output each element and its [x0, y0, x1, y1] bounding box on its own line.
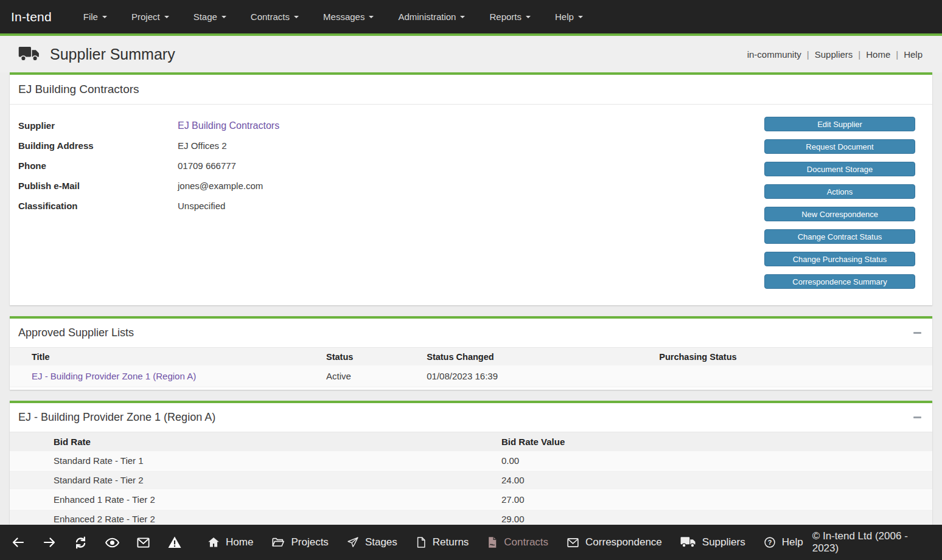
bid-rate-value: 24.00: [501, 471, 932, 490]
menu-label: Administration: [398, 12, 456, 22]
footer-item-label: Suppliers: [702, 536, 745, 548]
main-menu: File Project Stage Contracts Messages Ad…: [71, 0, 595, 33]
change-contract-status-button[interactable]: Change Contract Status: [764, 229, 915, 244]
mail-button[interactable]: [136, 534, 151, 550]
field-label: Building Address: [18, 140, 178, 151]
footer-item-stages[interactable]: Stages: [338, 525, 406, 560]
approved-supplier-lists-panel: Approved Supplier Lists Title Status Sta…: [10, 316, 932, 390]
bid-rate-value: 0.00: [501, 451, 932, 471]
collapse-icon[interactable]: [910, 328, 924, 339]
caret-down-icon: [578, 16, 583, 18]
crumb-help[interactable]: Help: [904, 49, 923, 60]
crumb-suppliers[interactable]: Suppliers: [815, 49, 853, 60]
crumb-separator: |: [807, 49, 809, 60]
copyright-text: © In-tend Ltd (2006 - 2023): [812, 530, 931, 555]
caret-down-icon: [164, 16, 169, 18]
svg-text:?: ?: [767, 539, 772, 546]
menu-label: Project: [131, 12, 160, 22]
footer-item-suppliers[interactable]: Suppliers: [671, 525, 755, 560]
actions-button[interactable]: Actions: [764, 184, 915, 199]
menu-file[interactable]: File: [71, 0, 119, 33]
column-title: Title: [10, 348, 326, 365]
field-classification: Classification Unspecified: [18, 196, 764, 216]
footer-item-correspondence[interactable]: Correspondence: [557, 525, 671, 560]
field-label: Supplier: [18, 120, 178, 131]
column-bid-rate: Bid Rate: [10, 432, 501, 451]
footer-item-label: Returns: [433, 536, 469, 548]
crumb-separator: |: [896, 49, 898, 60]
field-supplier: Supplier EJ Building Contractors: [18, 116, 764, 136]
table-row: EJ - Building Provider Zone 1 (Region A)…: [10, 365, 932, 387]
footer-item-home[interactable]: Home: [198, 525, 262, 560]
crumb-in-community[interactable]: in-community: [747, 49, 801, 60]
table-row: Enhanced 1 Rate - Tier 2 27.00: [10, 490, 932, 510]
menu-reports[interactable]: Reports: [477, 0, 543, 33]
supplier-name-heading: EJ Building Contractors: [18, 83, 139, 96]
footer-item-projects[interactable]: Projects: [262, 525, 337, 560]
preview-button[interactable]: [105, 534, 120, 550]
help-icon: ?: [764, 536, 776, 548]
field-value: jones@example.com: [178, 181, 263, 191]
new-correspondence-button[interactable]: New Correspondence: [764, 207, 915, 221]
request-document-button[interactable]: Request Document: [764, 139, 915, 154]
bid-rates-table: Bid Rate Bid Rate Value Standard Rate - …: [10, 432, 932, 530]
purchasing-status-value: [659, 365, 932, 387]
document-storage-button[interactable]: Document Storage: [764, 162, 915, 176]
menu-contracts[interactable]: Contracts: [239, 0, 311, 33]
bid-rate-value: 27.00: [501, 490, 932, 510]
footer-item-label: Contracts: [504, 536, 548, 548]
forward-button[interactable]: [42, 534, 57, 550]
folder-open-icon: [271, 536, 285, 549]
app-logo[interactable]: In-tend: [11, 10, 52, 24]
file-icon: [416, 536, 427, 548]
envelope-icon: [567, 536, 579, 549]
bid-rates-panel: EJ - Building Provider Zone 1 (Region A)…: [10, 401, 932, 533]
footer-item-label: Home: [226, 536, 253, 548]
supplier-panel-heading: EJ Building Contractors: [10, 75, 932, 105]
breadcrumb: in-community| Suppliers| Home| Help: [747, 49, 931, 60]
menu-project[interactable]: Project: [119, 0, 181, 33]
approved-list-link[interactable]: EJ - Building Provider Zone 1 (Region A): [32, 371, 196, 381]
page-title: Supplier Summary: [50, 46, 175, 63]
truck-icon: [18, 46, 40, 63]
menu-stage[interactable]: Stage: [181, 0, 239, 33]
edit-supplier-button[interactable]: Edit Supplier: [764, 117, 915, 131]
caret-down-icon: [526, 16, 531, 18]
caret-down-icon: [222, 16, 226, 18]
change-purchasing-status-button[interactable]: Change Purchasing Status: [764, 252, 915, 266]
alerts-button[interactable]: [167, 534, 182, 550]
footer-item-returns[interactable]: Returns: [406, 525, 478, 560]
menu-help[interactable]: Help: [543, 0, 595, 33]
menu-messages[interactable]: Messages: [311, 0, 386, 33]
footer-item-help[interactable]: ? Help: [755, 525, 812, 560]
bottom-toolbar: Home Projects Stages Returns Contracts C…: [0, 525, 942, 560]
supplier-link[interactable]: EJ Building Contractors: [178, 120, 279, 131]
envelope-icon: [136, 536, 150, 550]
correspondence-summary-button[interactable]: Correspondence Summary: [764, 274, 915, 289]
crumb-home[interactable]: Home: [866, 49, 890, 60]
menu-administration[interactable]: Administration: [386, 0, 477, 33]
field-value: Unspecified: [178, 201, 225, 211]
crumb-separator: |: [858, 49, 860, 60]
refresh-button[interactable]: [73, 534, 88, 550]
back-button[interactable]: [11, 534, 26, 550]
footer-item-label: Stages: [365, 536, 397, 548]
top-nav-bar: In-tend File Project Stage Contracts Mes…: [0, 0, 942, 33]
supplier-summary-panel: EJ Building Contractors Supplier EJ Buil…: [10, 72, 932, 305]
page-header: Supplier Summary in-community| Suppliers…: [0, 36, 942, 72]
menu-label: Reports: [489, 12, 522, 22]
footer-item-contracts[interactable]: Contracts: [478, 525, 557, 560]
warning-icon: [167, 535, 182, 550]
collapse-icon[interactable]: [910, 412, 924, 423]
table-row: Standard Rate - Tier 2 24.00: [10, 471, 932, 490]
bid-rates-heading: EJ - Building Provider Zone 1 (Region A): [18, 411, 215, 424]
caret-down-icon: [294, 16, 299, 18]
supplier-fields: Supplier EJ Building Contractors Buildin…: [18, 116, 764, 289]
footer-item-label: Projects: [291, 536, 328, 548]
eye-icon: [105, 535, 120, 550]
approved-lists-heading: Approved Supplier Lists: [18, 327, 134, 339]
field-label: Phone: [18, 161, 178, 171]
column-status: Status: [326, 348, 427, 365]
status-changed-value: 01/08/2023 16:39: [427, 365, 659, 387]
contract-icon: [487, 536, 498, 548]
